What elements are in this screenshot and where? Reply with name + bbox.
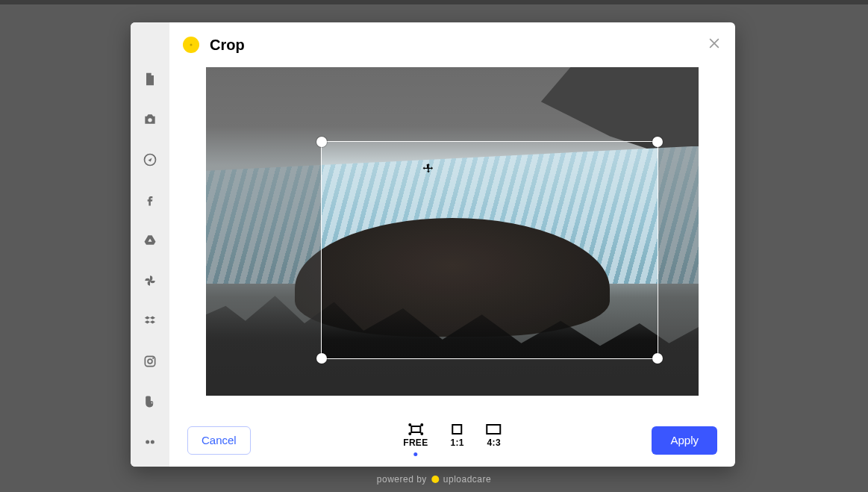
ratio-square-icon	[452, 424, 463, 435]
sidebar-item-dropbox[interactable]	[131, 309, 169, 336]
sidebar-item-file[interactable]	[131, 67, 169, 94]
sidebar-item-link[interactable]	[131, 148, 169, 175]
svg-point-4	[152, 358, 154, 359]
facebook-icon	[143, 193, 157, 211]
ratio-option-4-3[interactable]: 4:3	[487, 424, 502, 448]
sidebar-item-facebook[interactable]	[131, 188, 169, 215]
ratio-option-1-1[interactable]: 1:1	[450, 424, 463, 448]
camera-icon	[143, 112, 157, 130]
canvas-wrap	[169, 67, 735, 413]
instagram-icon	[143, 354, 157, 372]
crop-selection[interactable]	[322, 142, 658, 358]
dialog-header: Crop	[169, 22, 735, 67]
close-button[interactable]	[704, 34, 725, 55]
ratio-wide-icon	[487, 424, 502, 435]
svg-point-5	[146, 440, 149, 444]
ratio-free-icon	[409, 424, 422, 435]
crop-handle-bl[interactable]	[316, 353, 327, 364]
crop-handle-tl[interactable]	[316, 137, 327, 147]
dialog-title: Crop	[210, 37, 245, 54]
sidebar-item-gdrive[interactable]	[131, 228, 169, 255]
svg-point-0	[148, 118, 152, 122]
powered-brand: uploadcare	[443, 474, 491, 485]
ratio-label: 1:1	[450, 437, 463, 448]
ratio-option-free[interactable]: FREE	[403, 424, 428, 456]
crop-dialog: Crop	[131, 22, 735, 467]
image-canvas[interactable]	[206, 67, 699, 396]
ratio-label: FREE	[403, 437, 428, 448]
file-icon	[143, 72, 157, 90]
dialog-main: Crop	[169, 22, 735, 467]
window-topbar	[0, 0, 868, 4]
sidebar-item-instagram[interactable]	[131, 349, 169, 376]
brand-dot-icon	[431, 476, 439, 483]
evernote-icon	[143, 394, 157, 412]
sidebar-item-camera[interactable]	[131, 108, 169, 134]
apply-button[interactable]: Apply	[652, 426, 717, 455]
sidebar-item-gphotos[interactable]	[131, 269, 169, 296]
compass-icon	[143, 152, 157, 170]
sidebar-item-flickr[interactable]	[131, 430, 169, 457]
svg-point-3	[148, 359, 152, 364]
powered-by: powered by uploadcare	[377, 474, 491, 485]
dialog-footer: Cancel FREE 1:1 4:3	[169, 413, 735, 467]
aspect-ratio-group: FREE 1:1 4:3	[403, 424, 501, 456]
sidebar-item-evernote[interactable]	[131, 390, 169, 417]
svg-point-6	[151, 440, 154, 444]
crop-handle-tr[interactable]	[652, 137, 663, 147]
gdrive-icon	[143, 233, 157, 251]
powered-prefix: powered by	[377, 474, 427, 485]
ratio-label: 4:3	[487, 437, 501, 448]
active-indicator	[413, 452, 417, 456]
crop-handle-br[interactable]	[652, 353, 663, 364]
flickr-icon	[143, 435, 157, 452]
dropbox-icon	[143, 314, 157, 331]
brand-logo	[183, 37, 199, 53]
move-cursor-icon	[422, 163, 434, 175]
cancel-button[interactable]: Cancel	[187, 426, 251, 455]
source-sidebar	[131, 22, 169, 467]
close-icon	[707, 36, 722, 54]
pinwheel-icon	[143, 273, 157, 291]
